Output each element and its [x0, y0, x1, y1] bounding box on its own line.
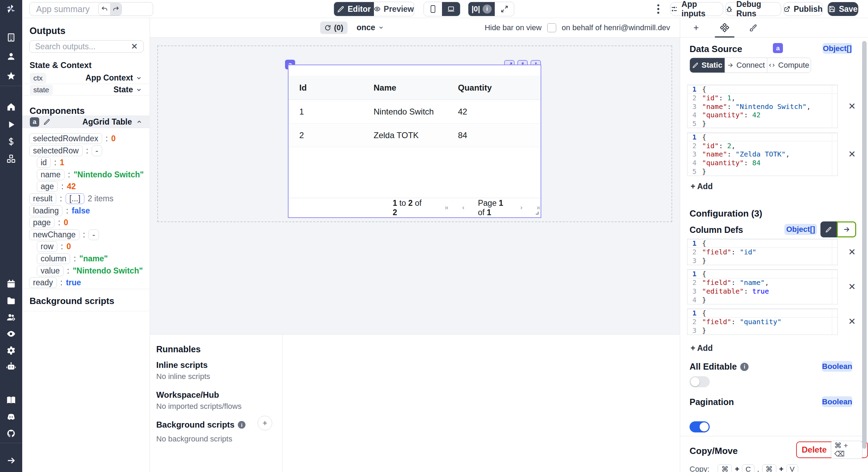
state-row[interactable]: state State	[22, 84, 150, 96]
kebab-menu-button[interactable]	[656, 3, 661, 15]
schedule-dropdown[interactable]: once	[357, 23, 384, 32]
sidebar-home-icon[interactable]	[6, 102, 16, 112]
output-entry[interactable]: selectedRow:-	[29, 145, 102, 157]
output-value-pill[interactable]: -	[92, 145, 102, 156]
windmill-logo[interactable]	[6, 4, 16, 14]
output-entry[interactable]: id:1	[37, 157, 64, 169]
all-editable-type-pill[interactable]: Boolean	[822, 361, 852, 372]
table-cell[interactable]: Nintendo Switch	[374, 107, 458, 117]
tab-connect[interactable]: Connect	[725, 58, 767, 73]
sidebar-calendar-icon[interactable]	[6, 279, 16, 289]
output-entry[interactable]: page:0	[29, 217, 68, 229]
column-header[interactable]: Quantity	[458, 83, 527, 93]
remove-item-button[interactable]: ✕	[846, 148, 858, 160]
sidebar-eye-icon[interactable]	[6, 329, 16, 339]
table-row[interactable]: 1Nintendo Switch42	[289, 100, 541, 124]
hide-panel-button[interactable]: |0| i	[468, 2, 495, 16]
next-page-icon[interactable]	[519, 204, 524, 211]
insert-component-tab[interactable]	[692, 24, 700, 32]
tab-static[interactable]: Static	[690, 58, 725, 73]
resize-handle[interactable]	[534, 210, 539, 214]
output-entry[interactable]: name:"Nintendo Switch"	[37, 169, 144, 181]
clear-search-icon[interactable]: ✕	[131, 42, 138, 51]
output-entry[interactable]: selectedRowIndex:0	[29, 133, 116, 145]
pagination-toggle[interactable]	[690, 421, 710, 432]
sidebar-dollar-icon[interactable]	[6, 137, 16, 146]
sidebar-arrow-right-icon[interactable]	[6, 456, 16, 465]
output-entry[interactable]: column:"name"	[37, 253, 108, 265]
json-editor[interactable]: 1{2"field": "quantity"3}	[687, 309, 838, 335]
app-canvas[interactable]: a IdNameQuantity 1Nintendo Switch422Zeld…	[150, 37, 680, 334]
sidebar-users-gear-icon[interactable]	[6, 312, 16, 322]
chevron-up-icon[interactable]	[136, 119, 142, 125]
pagination-type-pill[interactable]: Boolean	[822, 396, 852, 407]
sidebar-discord-icon[interactable]	[6, 412, 16, 422]
output-entry[interactable]: age:42	[37, 180, 76, 193]
sidebar-bot-icon[interactable]	[6, 362, 16, 371]
column-header[interactable]: Id	[289, 83, 374, 93]
add-background-script-button[interactable]	[258, 416, 272, 430]
remove-item-button[interactable]: ✕	[846, 246, 858, 258]
json-editor[interactable]: 1{2"field": "name",3"editable": true4}	[687, 269, 838, 304]
table-cell[interactable]: 1	[289, 107, 374, 117]
ctx-row[interactable]: ctx App Context	[22, 72, 150, 84]
sidebar-play-icon[interactable]	[6, 120, 16, 129]
sidebar-gear-icon[interactable]	[6, 346, 16, 355]
tab-editor[interactable]: Editor	[334, 2, 374, 16]
sidebar-book-icon[interactable]	[6, 395, 16, 405]
table-cell[interactable]: Zelda TOTK	[374, 130, 458, 140]
table-row[interactable]: 2Zelda TOTK84	[289, 124, 541, 147]
style-tab[interactable]	[749, 24, 757, 32]
cd-type-pill[interactable]: Object[]	[784, 224, 817, 235]
app-inputs-button[interactable]: App inputs	[670, 2, 723, 16]
search-outputs-input[interactable]: Search outputs... ✕	[29, 40, 144, 53]
panel-scrollbar[interactable]	[862, 41, 867, 449]
sidebar-folder-icon[interactable]	[6, 296, 16, 305]
sidebar-boxes-icon[interactable]	[6, 154, 16, 164]
json-editor[interactable]: 1{2"field": "id"3}	[687, 239, 838, 265]
apply-column-defs-button[interactable]	[837, 221, 856, 237]
table-cell[interactable]: 84	[458, 130, 527, 140]
remove-item-button[interactable]: ✕	[846, 316, 858, 328]
table-cell[interactable]: 42	[458, 107, 527, 117]
output-entry[interactable]: loading:false	[29, 205, 90, 217]
remove-item-button[interactable]: ✕	[846, 101, 858, 112]
output-value-pill[interactable]: -	[89, 229, 99, 240]
pencil-icon[interactable]	[43, 118, 50, 125]
output-entry[interactable]: value:"Nintendo Switch"	[37, 265, 143, 277]
output-entry[interactable]: newChange:-	[29, 229, 99, 241]
column-header[interactable]: Name	[374, 83, 458, 93]
remove-item-button[interactable]: ✕	[846, 281, 858, 293]
tab-compute[interactable]: Compute	[767, 58, 811, 73]
output-value-expand[interactable]: [...]	[66, 193, 84, 204]
sidebar-building-icon[interactable]	[6, 33, 16, 42]
debug-runs-button[interactable]: Debug Runs	[725, 2, 781, 16]
sidebar-user-icon[interactable]	[6, 52, 16, 61]
refresh-count-button[interactable]: (0)	[320, 22, 348, 34]
redo-button[interactable]	[110, 3, 122, 15]
hide-bar-checkbox[interactable]	[547, 23, 556, 32]
prev-page-icon[interactable]	[461, 204, 466, 211]
component-header-row[interactable]: a AgGrid Table	[22, 116, 150, 128]
output-entry[interactable]: row:0	[37, 241, 71, 253]
json-editor[interactable]: 1{2"id": 1,3"name": "Nintendo Switch",4"…	[687, 85, 838, 128]
table-cell[interactable]: 2	[289, 130, 374, 140]
delete-component-button[interactable]: Delete ⌘ + ⌫	[796, 441, 868, 458]
undo-button[interactable]	[99, 3, 110, 15]
first-page-icon[interactable]	[444, 204, 449, 211]
settings-tab[interactable]	[720, 23, 729, 32]
sidebar-star-icon[interactable]	[6, 71, 16, 81]
add-column-def-button[interactable]: + Add	[691, 344, 713, 353]
tab-preview[interactable]: Preview	[374, 2, 414, 16]
fullscreen-button[interactable]	[495, 2, 514, 16]
output-entry[interactable]: result:[...]2 items	[29, 193, 114, 205]
publish-button[interactable]: Publish	[783, 2, 823, 16]
type-pill[interactable]: Object[]	[823, 43, 852, 54]
aggrid-table-component[interactable]: IdNameQuantity 1Nintendo Switch422Zelda …	[288, 65, 541, 218]
all-editable-toggle[interactable]	[690, 376, 710, 387]
json-editor[interactable]: 1{2"id": 2,3"name": "Zelda TOTK",4"quant…	[687, 133, 838, 176]
output-entry[interactable]: ready:true	[29, 277, 81, 289]
save-button[interactable]: Save	[828, 2, 858, 16]
mobile-view-button[interactable]	[424, 2, 442, 16]
sidebar-github-icon[interactable]	[6, 429, 16, 438]
